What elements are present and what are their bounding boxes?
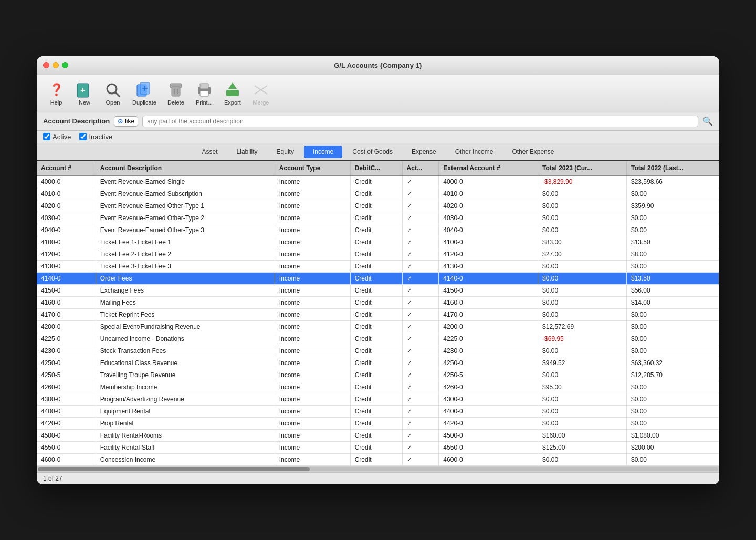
cell-type: Income: [275, 236, 350, 248]
table-row[interactable]: 4020-0 Event Revenue-Earned Other-Type 1…: [37, 200, 719, 212]
delete-label: Delete: [167, 99, 184, 106]
export-button[interactable]: Export: [219, 79, 246, 108]
delete-button[interactable]: Delete: [163, 79, 189, 108]
table-row[interactable]: 4030-0 Event Revenue-Earned Other-Type 2…: [37, 212, 719, 224]
filter-dropdown[interactable]: ⊙ like: [114, 116, 138, 127]
filter-search-icon[interactable]: 🔍: [702, 116, 713, 126]
cell-debit: Credit: [350, 453, 402, 465]
active-checkbox[interactable]: [43, 133, 50, 140]
cell-account: 4400-0: [37, 405, 96, 417]
table-row[interactable]: 4250-5 Travelling Troupe Revenue Income …: [37, 369, 719, 381]
table-row[interactable]: 4550-0 Facility Rental-Staff Income Cred…: [37, 441, 719, 453]
cell-active: ✓: [402, 260, 439, 272]
cell-type: Income: [275, 453, 350, 465]
table-row[interactable]: 4100-0 Ticket Fee 1-Ticket Fee 1 Income …: [37, 236, 719, 248]
table-row[interactable]: 4150-0 Exchange Fees Income Credit ✓ 415…: [37, 284, 719, 296]
table-row[interactable]: 4260-0 Membership Income Income Credit ✓…: [37, 381, 719, 393]
table-row[interactable]: 4600-0 Concession Income Income Credit ✓…: [37, 453, 719, 465]
cell-type: Income: [275, 357, 350, 369]
cell-type: Income: [275, 417, 350, 429]
maximize-button[interactable]: [62, 62, 68, 68]
cell-active: ✓: [402, 188, 439, 200]
cell-total2022: $0.00: [626, 345, 719, 357]
table-row[interactable]: 4010-0 Event Revenue-Earned Subscription…: [37, 188, 719, 200]
scrollbar-thumb[interactable]: [38, 467, 310, 471]
filter-input[interactable]: [142, 116, 698, 127]
tab-asset[interactable]: Asset: [193, 146, 227, 158]
table-row[interactable]: 4500-0 Facility Rental-Rooms Income Cred…: [37, 429, 719, 441]
open-button[interactable]: Open: [100, 79, 126, 108]
col-account-num[interactable]: Account #: [37, 161, 96, 175]
table-row[interactable]: 4120-0 Ticket Fee 2-Ticket Fee 2 Income …: [37, 248, 719, 260]
cell-active: ✓: [402, 296, 439, 308]
cell-account: 4600-0: [37, 453, 96, 465]
tab-other-income[interactable]: Other Income: [446, 146, 502, 158]
merge-button[interactable]: Merge: [248, 79, 274, 108]
table-row[interactable]: 4225-0 Unearned Income - Donations Incom…: [37, 333, 719, 345]
help-button[interactable]: ❓ Help: [43, 79, 69, 108]
merge-icon: [253, 81, 269, 98]
new-button[interactable]: + New: [71, 79, 98, 108]
cell-account: 4260-0: [37, 381, 96, 393]
cell-active: ✓: [402, 357, 439, 369]
tab-liability[interactable]: Liability: [228, 146, 267, 158]
tab-other-expense[interactable]: Other Expense: [503, 146, 563, 158]
cell-total2023: $0.00: [538, 417, 627, 429]
cell-debit: Credit: [350, 188, 402, 200]
minimize-button[interactable]: [52, 62, 59, 68]
table-row[interactable]: 4140-0 Order Fees Income Credit ✓ 4140-0…: [37, 272, 719, 284]
active-checkbox-label[interactable]: Active: [43, 133, 71, 141]
cell-external: 4100-0: [439, 236, 538, 248]
cell-description: Prop Rental: [96, 417, 275, 429]
cell-total2022: $359.90: [626, 200, 719, 212]
table-row[interactable]: 4040-0 Event Revenue-Earned Other-Type 3…: [37, 224, 719, 236]
cell-type: Income: [275, 188, 350, 200]
cell-type: Income: [275, 224, 350, 236]
col-total2022[interactable]: Total 2022 (Last...: [626, 161, 719, 175]
table-row[interactable]: 4420-0 Prop Rental Income Credit ✓ 4420-…: [37, 417, 719, 429]
cell-total2023: $0.00: [538, 296, 627, 308]
table-row[interactable]: 4400-0 Equipment Rental Income Credit ✓ …: [37, 405, 719, 417]
horizontal-scrollbar[interactable]: [37, 466, 719, 472]
col-active[interactable]: Act...: [402, 161, 439, 175]
table-row[interactable]: 4000-0 Event Revenue-Earned Single Incom…: [37, 175, 719, 188]
table-row[interactable]: 4200-0 Special Event/Fundraising Revenue…: [37, 320, 719, 333]
cell-description: Educational Class Revenue: [96, 357, 275, 369]
cell-debit: Credit: [350, 248, 402, 260]
table-row[interactable]: 4300-0 Program/Advertizing Revenue Incom…: [37, 393, 719, 405]
tab-cost-of-goods[interactable]: Cost of Goods: [343, 146, 402, 158]
cell-type: Income: [275, 175, 350, 188]
inactive-checkbox-label[interactable]: Inactive: [79, 133, 112, 141]
cell-active: ✓: [402, 212, 439, 224]
cell-active: ✓: [402, 224, 439, 236]
cell-account: 4140-0: [37, 272, 96, 284]
col-external[interactable]: External Account #: [439, 161, 538, 175]
print-button[interactable]: Print...: [191, 79, 217, 108]
cell-external: 4400-0: [439, 405, 538, 417]
table-row[interactable]: 4170-0 Ticket Reprint Fees Income Credit…: [37, 308, 719, 320]
table-row[interactable]: 4230-0 Stock Transaction Fees Income Cre…: [37, 345, 719, 357]
table-row[interactable]: 4130-0 Ticket Fee 3-Ticket Fee 3 Income …: [37, 260, 719, 272]
tab-income[interactable]: Income: [304, 146, 342, 158]
duplicate-button[interactable]: Duplicate: [128, 79, 161, 108]
table-row[interactable]: 4250-0 Educational Class Revenue Income …: [37, 357, 719, 369]
svg-point-2: [107, 84, 117, 94]
cell-total2023: $0.00: [538, 200, 627, 212]
cell-type: Income: [275, 248, 350, 260]
cell-total2022: $56.00: [626, 284, 719, 296]
tab-equity[interactable]: Equity: [268, 146, 303, 158]
close-button[interactable]: [43, 62, 49, 68]
col-debit[interactable]: DebitC...: [350, 161, 402, 175]
cell-total2023: $27.00: [538, 248, 627, 260]
svg-rect-14: [200, 91, 208, 96]
col-description[interactable]: Account Description: [96, 161, 275, 175]
cell-account: 4040-0: [37, 224, 96, 236]
cell-active: ✓: [402, 333, 439, 345]
inactive-checkbox[interactable]: [79, 133, 87, 140]
tab-expense[interactable]: Expense: [403, 146, 445, 158]
col-type[interactable]: Account Type: [275, 161, 350, 175]
col-total2023[interactable]: Total 2023 (Cur...: [538, 161, 627, 175]
active-label: Active: [52, 133, 71, 141]
table-row[interactable]: 4160-0 Mailing Fees Income Credit ✓ 4160…: [37, 296, 719, 308]
cell-description: Ticket Fee 3-Ticket Fee 3: [96, 260, 275, 272]
